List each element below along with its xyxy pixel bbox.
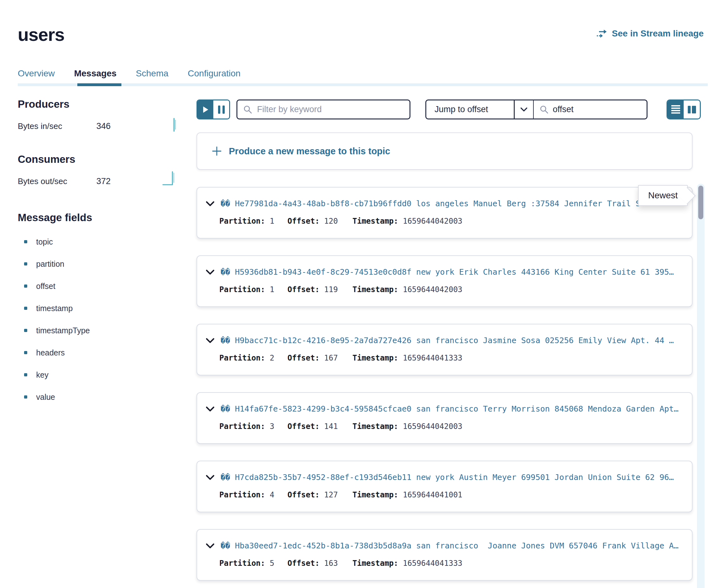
field-item-timestampType[interactable]: timestampType xyxy=(18,319,189,341)
jump-mode-select[interactable]: Jump to offset xyxy=(426,101,514,119)
message-meta: Partition: 4Offset: 127Timestamp: 165964… xyxy=(219,490,686,499)
list-view-icon xyxy=(671,105,680,114)
expand-chevron-icon[interactable] xyxy=(205,475,215,481)
field-item-topic[interactable]: topic xyxy=(18,231,189,253)
message-row[interactable]: �� He77981da-4a43-48ab-b8f8-cb71b96ffdd0… xyxy=(197,187,693,238)
field-bullet-icon xyxy=(24,373,27,376)
play-button[interactable] xyxy=(198,101,213,119)
expand-chevron-icon[interactable] xyxy=(205,201,215,207)
tab-underline-track xyxy=(18,83,708,86)
produce-message-label: Produce a new message to this topic xyxy=(229,146,390,156)
bytes-out-sparkline xyxy=(162,169,178,186)
message-meta: Partition: 5Offset: 163Timestamp: 165964… xyxy=(219,559,686,568)
message-row[interactable]: �� H9bacc71c-b12c-4216-8e95-2a7da727e426… xyxy=(197,324,693,375)
field-bullet-icon xyxy=(24,285,27,288)
pause-button[interactable] xyxy=(213,101,229,119)
offset-search-field xyxy=(534,101,646,119)
chevron-down-icon[interactable] xyxy=(515,101,533,119)
message-offset: 120 xyxy=(324,217,338,226)
expand-chevron-icon[interactable] xyxy=(205,269,215,275)
expand-chevron-icon[interactable] xyxy=(205,543,215,549)
bytes-out-value: 372 xyxy=(96,176,110,186)
message-meta: Partition: 3Offset: 141Timestamp: 165964… xyxy=(219,422,686,431)
message-offset: 119 xyxy=(324,285,338,294)
field-bullet-icon xyxy=(24,329,27,332)
field-item-offset[interactable]: offset xyxy=(18,275,189,297)
message-meta: Partition: 1Offset: 120Timestamp: 165964… xyxy=(219,217,686,226)
search-icon xyxy=(539,105,549,114)
field-item-headers[interactable]: headers xyxy=(18,341,189,364)
message-row[interactable]: �� Hba30eed7-1edc-452b-8b1a-738d3b5d8a9a… xyxy=(197,529,693,581)
field-item-key[interactable]: key xyxy=(18,364,189,386)
field-bullet-icon xyxy=(24,351,27,354)
expand-chevron-icon[interactable] xyxy=(205,338,215,344)
list-view-button[interactable] xyxy=(667,101,684,119)
message-key[interactable]: �� He77981da-4a43-48ab-b8f8-cb71b96ffdd0… xyxy=(221,199,686,208)
field-bullet-icon xyxy=(24,240,27,243)
plus-icon xyxy=(212,146,222,156)
bytes-out-label: Bytes out/sec xyxy=(18,176,96,186)
message-row[interactable]: �� H7cda825b-35b7-4952-88ef-c193d546eb11… xyxy=(197,461,693,512)
message-partition: 5 xyxy=(270,559,274,568)
message-key[interactable]: �� H5936db81-b943-4e0f-8c29-74513e0c0d8f… xyxy=(221,267,686,277)
column-view-icon xyxy=(688,106,690,113)
message-key[interactable]: �� Hba30eed7-1edc-452b-8b1a-738d3b5d8a9a… xyxy=(221,541,686,550)
messages-scrollbar-track[interactable] xyxy=(697,184,705,588)
message-partition: 1 xyxy=(270,217,274,226)
message-offset: 163 xyxy=(324,559,338,568)
page-title: users xyxy=(18,24,64,45)
message-offset: 141 xyxy=(324,422,338,431)
message-partition: 3 xyxy=(270,422,274,431)
message-row[interactable]: �� H14fa67fe-5823-4299-b3c4-595845cfcae0… xyxy=(197,392,693,444)
pause-icon xyxy=(218,105,220,114)
message-timestamp: 1659644041333 xyxy=(403,354,462,362)
message-partition: 1 xyxy=(270,285,274,294)
message-timestamp: 1659644042003 xyxy=(403,285,462,294)
see-in-stream-lineage-link[interactable]: See in Stream lineage xyxy=(596,28,704,39)
tab-messages[interactable]: Messages xyxy=(74,68,117,79)
field-item-timestamp[interactable]: timestamp xyxy=(18,297,189,319)
message-key[interactable]: �� H7cda825b-35b7-4952-88ef-c193d546eb11… xyxy=(221,473,686,482)
lineage-link-label: See in Stream lineage xyxy=(612,28,704,39)
bytes-in-sparkline xyxy=(172,117,178,132)
field-item-partition[interactable]: partition xyxy=(18,253,189,275)
tab-overview[interactable]: Overview xyxy=(18,68,55,79)
tab-schema[interactable]: Schema xyxy=(136,68,169,79)
view-mode-toggle xyxy=(666,100,701,120)
jump-to-offset-group: Jump to offset xyxy=(425,100,647,120)
message-timestamp: 1659644042003 xyxy=(403,422,462,431)
message-row[interactable]: �� H5936db81-b943-4e0f-8c29-74513e0c0d8f… xyxy=(197,255,693,307)
message-offset: 127 xyxy=(324,490,338,499)
bytes-in-value: 346 xyxy=(96,121,110,131)
field-bullet-icon xyxy=(24,262,27,266)
bytes-out-stat-row: Bytes out/sec 372 xyxy=(18,174,189,188)
messages-scrollbar-thumb[interactable] xyxy=(698,186,703,219)
produce-message-button[interactable]: Produce a new message to this topic xyxy=(197,132,693,170)
message-partition: 4 xyxy=(270,490,274,499)
offset-search-input[interactable] xyxy=(553,105,641,114)
message-partition: 2 xyxy=(270,354,274,362)
keyword-filter-input[interactable] xyxy=(257,105,404,114)
pause-icon xyxy=(223,105,225,114)
play-icon xyxy=(202,105,209,114)
message-offset: 167 xyxy=(324,354,338,362)
message-key[interactable]: �� H9bacc71c-b12c-4216-8e95-2a7da727e426… xyxy=(221,336,686,345)
play-pause-toggle xyxy=(197,100,230,120)
expand-chevron-icon[interactable] xyxy=(205,406,215,412)
bytes-in-stat-row: Bytes in/sec 346 xyxy=(18,119,189,133)
field-bullet-icon xyxy=(24,395,27,399)
search-icon xyxy=(243,105,253,114)
message-key[interactable]: �� H14fa67fe-5823-4299-b3c4-595845cfcae0… xyxy=(221,404,686,414)
field-bullet-icon xyxy=(24,307,27,310)
messages-toolbar: Jump to offset xyxy=(197,100,701,120)
topic-page: users See in Stream lineage Overview Mes… xyxy=(0,0,722,588)
message-fields-list: topic partition offset timestamp timesta… xyxy=(18,231,189,408)
column-view-button[interactable] xyxy=(684,101,700,119)
keyword-filter-field xyxy=(236,100,410,120)
tab-configuration[interactable]: Configuration xyxy=(188,68,241,79)
column-view-icon xyxy=(692,106,696,113)
message-fields-heading: Message fields xyxy=(18,212,189,224)
active-tab-indicator xyxy=(77,83,121,86)
stream-lineage-arrow-icon xyxy=(596,28,608,39)
field-item-value[interactable]: value xyxy=(18,386,189,408)
